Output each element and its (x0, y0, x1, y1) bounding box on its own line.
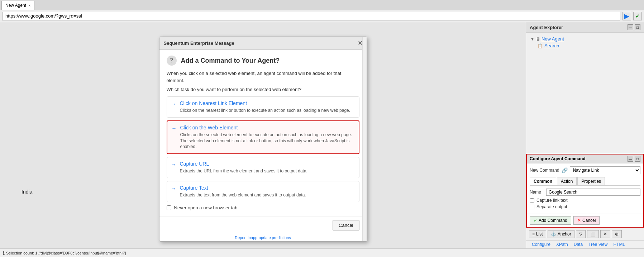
never-checkbox-row: Never open a new browser tab (167, 205, 359, 210)
content-area: Google 🔍 Sequentum 🔍 sequentum (0, 22, 644, 248)
option2-content: Click on the Web Element Clicks on the s… (180, 125, 354, 150)
cancel-btn-label: Cancel (582, 218, 596, 223)
add-btn-label: Add Command (539, 218, 567, 223)
tab-action[interactable]: Action (557, 177, 577, 185)
dialog-desc1: When you click on a selected web element… (167, 70, 359, 84)
list-icon: ≡ (532, 232, 535, 237)
agent-explorer-max-btn[interactable]: □ (635, 24, 640, 30)
name-field-row: Name (530, 189, 640, 196)
address-bar: ▶ ✓ (0, 10, 644, 22)
option-capture-url[interactable]: → Capture URL Extracts the URL from the … (167, 157, 359, 178)
config-min-btn[interactable]: — (628, 156, 633, 162)
tab-bar: New Agent × (0, 0, 644, 10)
capture-link-checkbox[interactable] (530, 198, 534, 203)
option1-title: Click on Nearest Link Element (180, 100, 350, 106)
tab-properties[interactable]: Properties (577, 177, 605, 185)
status-bar: ℹ Selection count: 1 //div[@class='D9F8c… (0, 248, 644, 257)
option3-arrow: → (171, 162, 176, 167)
tab-label: New Agent (5, 3, 26, 8)
option3-desc: Extracts the URL from the web element an… (180, 168, 307, 174)
add-command-btn[interactable]: ✓ Add Command (530, 216, 571, 225)
tab-configure[interactable]: Configure (529, 241, 553, 248)
option-nearest-link[interactable]: → Click on Nearest Link Element Clicks o… (167, 96, 359, 118)
separate-output-label: Separate output (536, 204, 567, 209)
tab-xpath[interactable]: XPath (553, 241, 571, 248)
never-label: Never open a new browser tab (174, 205, 238, 210)
tree-item-search[interactable]: 📋 Search (536, 42, 641, 49)
dialog-scrollbar[interactable] (362, 37, 367, 241)
config-action-row: ✓ Add Command ✕ Cancel (527, 214, 643, 227)
anchor-btn[interactable]: ⚓ Anchor (548, 230, 574, 238)
add-command-dialog: Sequentum Enterprise Message ✕ ? Add a C… (159, 37, 367, 242)
tree-item-new-agent[interactable]: ▼ 🖥 New Agent (529, 35, 641, 42)
config-panel-title: Configure Agent Command (530, 156, 586, 161)
tab-data[interactable]: Data (571, 241, 586, 248)
dialog-cancel-btn[interactable]: Cancel (333, 220, 359, 230)
agent-explorer-min-btn[interactable]: — (628, 24, 633, 30)
report-link[interactable]: Report inappropriate predictions (159, 234, 367, 241)
never-checkbox[interactable] (167, 205, 171, 210)
dialog-close-btn[interactable]: ✕ (358, 40, 362, 47)
command-select[interactable]: Navigate Link (570, 166, 640, 174)
cancel-config-btn[interactable]: ✕ Cancel (573, 216, 600, 225)
config-max-btn[interactable]: □ (635, 156, 640, 162)
delete-btn[interactable]: ✕ (600, 230, 610, 238)
play-button[interactable]: ▶ (622, 12, 631, 20)
option1-content: Click on Nearest Link Element Clicks on … (180, 100, 350, 114)
option2-arrow: → (172, 125, 177, 131)
url-input[interactable] (2, 12, 620, 20)
filter-btn[interactable]: ▽ (576, 230, 586, 238)
list-btn[interactable]: ≡ List (529, 230, 546, 238)
add-icon: ✓ (534, 218, 537, 223)
tab-close-btn[interactable]: × (28, 3, 30, 8)
dialog-body: ? Add a Command to Your Agent? When you … (159, 50, 367, 216)
browser-viewport: Google 🔍 Sequentum 🔍 sequentum (0, 22, 526, 248)
config-tabs: Common Action Properties (530, 177, 640, 186)
dialog-title-row: ? Add a Command to Your Agent? (167, 56, 359, 66)
option-web-element[interactable]: → Click on the Web Element Clicks on the… (167, 120, 359, 154)
option1-desc: Clicks on the nearest link or button to … (180, 108, 350, 114)
dialog-main-title: Add a Command to Your Agent? (181, 57, 280, 65)
delete-icon: ✕ (604, 232, 607, 237)
list-label: List (536, 232, 543, 237)
option3-content: Capture URL Extracts the URL from the we… (180, 161, 307, 174)
select-btn[interactable]: ⬜ (587, 230, 599, 238)
panel-header-btns: — □ (628, 24, 640, 30)
status-text: Selection count: 1 //div[@class='D9F8c']… (6, 251, 126, 255)
config-panel-header: Configure Agent Command — □ (527, 154, 643, 163)
check-button[interactable]: ✓ (633, 12, 642, 20)
config-panel-btns: — □ (628, 156, 640, 162)
tree-expand-icon: ▼ (530, 37, 534, 41)
capture-link-row: Capture link text (530, 198, 640, 203)
dialog-overlay: Sequentum Enterprise Message ✕ ? Add a C… (0, 22, 526, 248)
dialog-footer: Cancel (159, 216, 367, 234)
select-icon: ⬜ (590, 232, 596, 237)
tab-tree-view[interactable]: Tree View (586, 241, 610, 248)
dialog-header: Sequentum Enterprise Message ✕ (159, 37, 367, 50)
bottom-toolbar: ≡ List ⚓ Anchor ▽ ⬜ ✕ ⊕ (526, 228, 644, 240)
status-info-icon: ℹ (3, 250, 5, 256)
filter-icon: ▽ (579, 232, 582, 237)
tab-html[interactable]: HTML (610, 241, 628, 248)
add-btn[interactable]: ⊕ (612, 230, 622, 238)
anchor-label: Anchor (558, 232, 571, 237)
option4-desc: Extracts the text from the web element a… (180, 192, 306, 198)
name-field-label: Name (530, 190, 544, 195)
option1-arrow: → (171, 101, 176, 107)
link-icon: 🔗 (562, 167, 568, 173)
separate-output-checkbox[interactable] (530, 205, 534, 209)
agent-tree: ▼ 🖥 New Agent 📋 Search (526, 33, 644, 154)
option4-arrow: → (171, 186, 176, 191)
anchor-icon: ⚓ (551, 232, 556, 237)
capture-link-label: Capture link text (536, 198, 568, 203)
agent-explorer-title: Agent Explorer (530, 25, 563, 30)
tab-common[interactable]: Common (530, 177, 556, 185)
config-body: New Command 🔗 Navigate Link Common Actio… (527, 163, 643, 214)
option4-title: Capture Text (180, 185, 306, 191)
option4-content: Capture Text Extracts the text from the … (180, 185, 306, 198)
option2-title: Click on the Web Element (180, 125, 354, 130)
option-capture-text[interactable]: → Capture Text Extracts the text from th… (167, 181, 359, 202)
tree-agent-icon: 🖥 (536, 37, 540, 42)
tab-new-agent[interactable]: New Agent × (1, 1, 34, 10)
name-input[interactable] (546, 189, 640, 196)
